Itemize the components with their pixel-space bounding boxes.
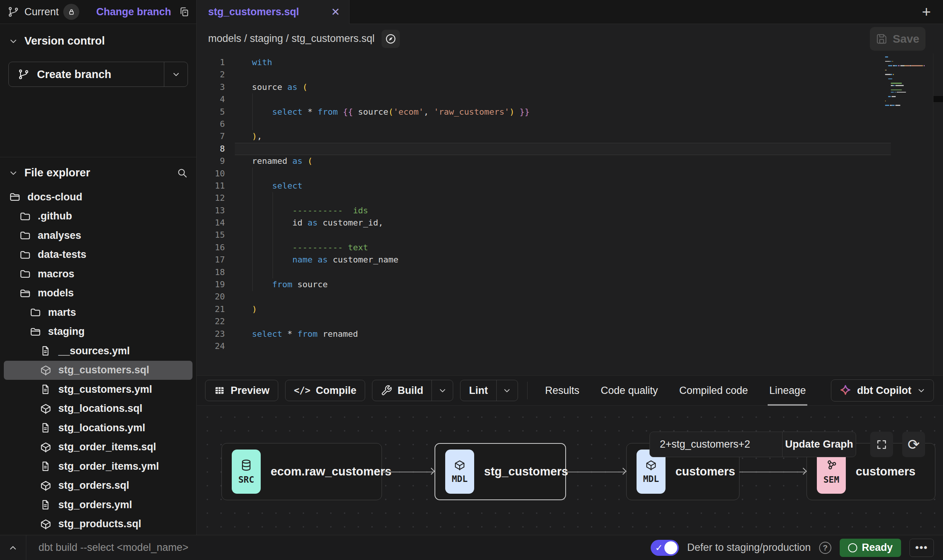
chevron-down-icon[interactable] [8,36,18,46]
code-line-2[interactable]: 2 [197,69,943,81]
change-branch-link[interactable]: Change branch [96,6,171,18]
new-tab-icon[interactable]: + [922,4,931,19]
chevron-up-icon[interactable] [0,535,26,560]
code-line-22[interactable]: 22 [197,315,943,328]
chevron-down-icon[interactable] [431,380,453,401]
file-tree-item-docs-cloud[interactable]: docs-cloud [4,187,192,207]
code-line-1[interactable]: 1with [197,56,943,69]
code-line-7[interactable]: 7), [197,130,943,142]
line-content: with [235,56,891,69]
tab-compiled-code[interactable]: Compiled code [669,376,759,405]
code-line-10[interactable]: 10 [197,168,943,180]
copilot-label: dbt Copilot [857,385,911,397]
code-line-11[interactable]: 11 select [197,180,943,192]
tab-lineage[interactable]: Lineage [759,376,816,405]
file-tree-item-__sources.yml[interactable]: __sources.yml [4,341,192,361]
code-line-21[interactable]: 21) [197,303,943,315]
code-line-17[interactable]: 17 name as customer_name [197,254,943,266]
file-icon [40,384,53,395]
refresh-icon[interactable]: ⟳ [902,432,925,457]
model-icon [454,459,465,471]
code-line-16[interactable]: 16 ---------- text [197,242,943,254]
lineage-panel[interactable]: SRCecom.raw_customersMDLstg_customersMDL… [197,406,943,535]
code-line-4[interactable]: 4 [197,93,943,106]
save-button[interactable]: Save [870,27,925,51]
dbt-copilot-button[interactable]: dbt Copilot [831,379,934,402]
defer-toggle[interactable]: ✓ [651,540,679,556]
copy-icon[interactable] [179,6,189,17]
file-tree-item-stg_orders.sql[interactable]: stg_orders.sql [4,476,192,496]
create-branch-button[interactable]: Create branch [8,62,188,87]
database-icon [240,459,253,472]
file-tree-item-stg_locations.yml[interactable]: stg_locations.yml [4,418,192,438]
file-tree-item-stg_orders.yml[interactable]: stg_orders.yml [4,495,192,515]
branch-bar: Current Change branch [0,0,197,24]
line-content: ) [235,303,891,315]
code-line-14[interactable]: 14 id as customer_id, [197,217,943,229]
code-line-8[interactable]: 8 [197,143,943,155]
chevron-down-icon[interactable] [8,168,18,178]
code-editor[interactable]: 1with23source as (45 select * from {{ so… [197,53,943,375]
command-input[interactable]: dbt build --select <model_name> [26,542,651,554]
code-line-5[interactable]: 5 select * from {{ source('ecom', 'raw_c… [197,106,943,118]
code-line-6[interactable]: 6 [197,118,943,130]
code-line-12[interactable]: 12 [197,192,943,204]
file-tree-item-stg_customers.yml[interactable]: stg_customers.yml [4,380,192,399]
preview-button[interactable]: Preview [205,380,278,401]
code-line-18[interactable]: 18 [197,266,943,278]
file-label: docs-cloud [27,191,82,203]
compile-button[interactable]: </>Compile [285,380,365,401]
file-tree-item-stg_order_items.sql[interactable]: stg_order_items.sql [4,438,192,457]
file-label: macros [38,268,74,280]
line-number: 14 [197,217,235,229]
file-tree-item-stg_customers.sql[interactable]: stg_customers.sql [4,361,192,380]
code-line-20[interactable]: 20 [197,291,943,303]
lineage-selector-input[interactable]: 2+stg_customers+2 [650,432,782,457]
help-icon[interactable]: ? [819,542,831,554]
lint-button[interactable]: Lint [460,380,518,401]
code-line-3[interactable]: 3source as ( [197,81,943,93]
code-line-24[interactable]: 24 [197,340,943,352]
code-line-23[interactable]: 23select * from renamed [197,328,943,340]
chevron-down-icon[interactable] [496,380,518,401]
file-tree-item-stg_products.sql[interactable]: stg_products.sql [4,515,192,534]
model-icon [40,518,53,530]
code-line-15[interactable]: 15 [197,229,943,241]
ready-status-button[interactable]: Ready [840,539,901,557]
line-content: from source [235,278,891,291]
code-line-13[interactable]: 13 ---------- ids [197,205,943,217]
update-graph-button[interactable]: Update Graph [782,432,856,457]
close-tab-icon[interactable]: ✕ [331,6,340,18]
file-label: stg_locations.yml [58,422,145,434]
lineage-node-ecom.raw_customers[interactable]: SRCecom.raw_customers [221,443,382,500]
line-number: 5 [197,106,235,118]
file-tree-item-stg_locations.sql[interactable]: stg_locations.sql [4,399,192,419]
file-tree-item-data-tests[interactable]: data-tests [4,245,192,265]
compass-icon[interactable] [382,30,400,48]
file-tree-item-analyses[interactable]: analyses [4,226,192,245]
line-number: 11 [197,180,235,192]
version-control-title: Version control [24,35,105,47]
file-tree-item-models[interactable]: models [4,284,192,303]
fullscreen-icon[interactable] [870,432,893,457]
file-tree-item-stg_order_items.yml[interactable]: stg_order_items.yml [4,457,192,476]
code-line-19[interactable]: 19 from source [197,278,943,291]
lineage-node-stg_customers[interactable]: MDLstg_customers [435,443,566,500]
editor-scrollbar[interactable] [933,53,943,375]
file-icon [40,422,53,433]
file-tree-item-staging[interactable]: staging [4,322,192,342]
line-content [235,315,891,328]
file-tree-item-marts[interactable]: marts [4,303,192,322]
file-tree-item-.github[interactable]: .github [4,207,192,226]
tab-results[interactable]: Results [534,376,590,405]
create-branch-dropdown[interactable] [164,62,188,86]
more-options-button[interactable]: ••• [909,539,934,557]
code-line-9[interactable]: 9renamed as ( [197,155,943,167]
search-icon[interactable] [176,167,188,179]
file-tree-item-macros[interactable]: macros [4,264,192,284]
tab-code-quality[interactable]: Code quality [590,376,669,405]
file-tree: docs-cloud.githubanalysesdata-testsmacro… [0,187,196,534]
build-button[interactable]: Build [372,380,454,401]
indent-guide [252,168,253,291]
editor-tab[interactable]: stg_customers.sql ✕ [197,0,350,24]
